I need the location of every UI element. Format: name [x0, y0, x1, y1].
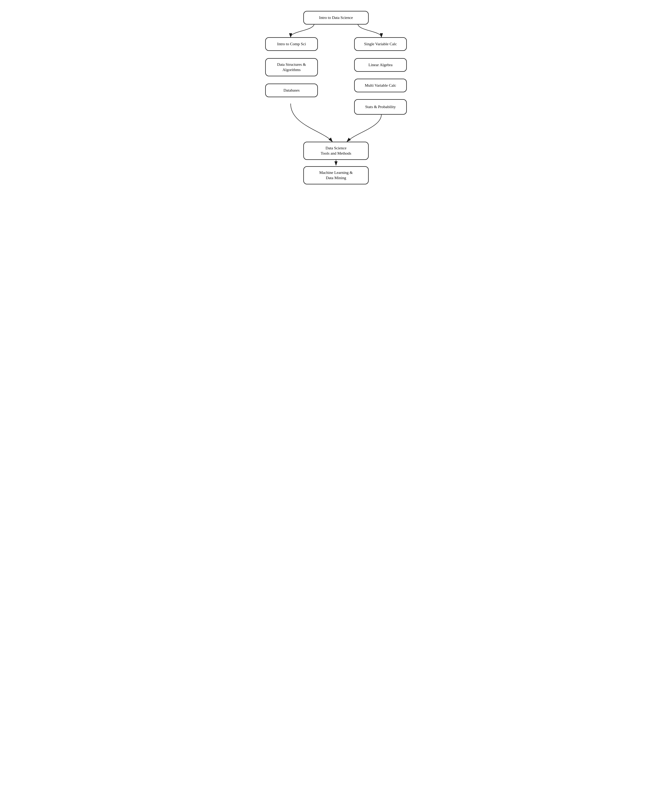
ds-algo-node: Data Structures &Algorithms: [265, 58, 318, 76]
stats-prob-node: Stats & Probability: [354, 99, 407, 115]
intro-ds-node: Intro to Data Science: [303, 11, 369, 25]
linear-algebra-node: Linear Algebra: [354, 58, 407, 72]
diagram-container: Intro to Data Science Intro to Comp Sci …: [254, 7, 418, 198]
databases-node: Databases: [265, 84, 318, 97]
single-var-calc-node: Single Variable Calc: [354, 37, 407, 51]
ds-tools-node: Data ScienceTools and Methods: [303, 142, 369, 160]
multi-var-calc-node: Multi Variable Calc: [354, 79, 407, 92]
intro-cs-node: Intro to Comp Sci: [265, 37, 318, 51]
ml-dm-node: Machine Learning &Data Mining: [303, 166, 369, 185]
